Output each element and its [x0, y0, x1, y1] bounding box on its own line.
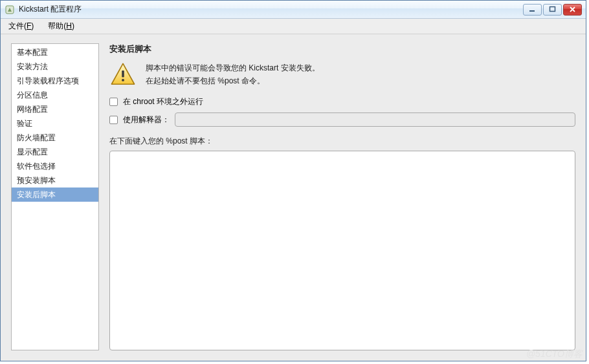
sidebar-item[interactable]: 引导装载程序选项	[12, 74, 98, 88]
maximize-button[interactable]	[543, 4, 562, 16]
warning-row: 脚本中的错误可能会导致您的 Kickstart 安装失败。 在起始处请不要包括 …	[109, 61, 575, 89]
sidebar-item[interactable]: 基本配置	[12, 45, 98, 59]
warning-line1: 脚本中的错误可能会导致您的 Kickstart 安装失败。	[146, 61, 320, 74]
sidebar-item[interactable]: 软件包选择	[12, 159, 98, 173]
window-title: Kickstart 配置程序	[19, 4, 523, 15]
warning-line2: 在起始处请不要包括 %post 命令。	[146, 74, 320, 87]
minimize-button[interactable]	[523, 4, 542, 16]
sidebar-item[interactable]: 分区信息	[12, 88, 98, 102]
warning-text: 脚本中的错误可能会导致您的 Kickstart 安装失败。 在起始处请不要包括 …	[146, 61, 320, 87]
interpreter-input[interactable]	[175, 112, 575, 127]
interpreter-checkbox[interactable]	[109, 116, 118, 124]
chroot-row: 在 chroot 环境之外运行	[109, 96, 575, 107]
interpreter-row: 使用解释器：	[109, 112, 575, 127]
sidebar-item[interactable]: 预安装脚本	[12, 173, 98, 187]
svg-rect-3	[122, 70, 124, 78]
sidebar-item[interactable]: 防火墙配置	[12, 131, 98, 145]
svg-rect-1	[529, 10, 535, 12]
titlebar: Kickstart 配置程序	[1, 1, 586, 19]
script-textarea[interactable]	[109, 151, 575, 350]
page-title: 安装后脚本	[109, 43, 575, 55]
window-controls	[523, 4, 582, 16]
app-icon	[5, 5, 15, 15]
chroot-checkbox[interactable]	[109, 98, 118, 106]
main-panel: 安装后脚本 脚本中的错误可能会导致您的 Kickstart 安装失败。 在起始处…	[109, 43, 575, 350]
warning-icon	[109, 61, 137, 89]
sidebar-item[interactable]: 网络配置	[12, 102, 98, 116]
client-area: 基本配置安装方法引导装载程序选项分区信息网络配置验证防火墙配置显示配置软件包选择…	[1, 34, 586, 361]
menubar: 文件(F) 帮助(H)	[1, 19, 586, 34]
app-window: Kickstart 配置程序 文件(F) 帮助(H) 基本配置安装方法引导装载程…	[0, 0, 586, 361]
close-button[interactable]	[563, 4, 582, 16]
sidebar-item[interactable]: 安装方法	[12, 59, 98, 74]
sidebar-item[interactable]: 安装后脚本	[12, 187, 98, 202]
sidebar: 基本配置安装方法引导装载程序选项分区信息网络配置验证防火墙配置显示配置软件包选择…	[11, 43, 99, 350]
sidebar-item[interactable]: 显示配置	[12, 145, 98, 159]
sidebar-item[interactable]: 验证	[12, 116, 98, 131]
menu-help[interactable]: 帮助(H)	[44, 19, 78, 33]
chroot-label: 在 chroot 环境之外运行	[123, 96, 203, 107]
svg-rect-2	[550, 7, 555, 12]
script-prompt: 在下面键入您的 %post 脚本：	[109, 136, 575, 147]
menu-file[interactable]: 文件(F)	[5, 19, 38, 33]
interpreter-label: 使用解释器：	[123, 114, 170, 125]
svg-point-4	[122, 79, 124, 81]
